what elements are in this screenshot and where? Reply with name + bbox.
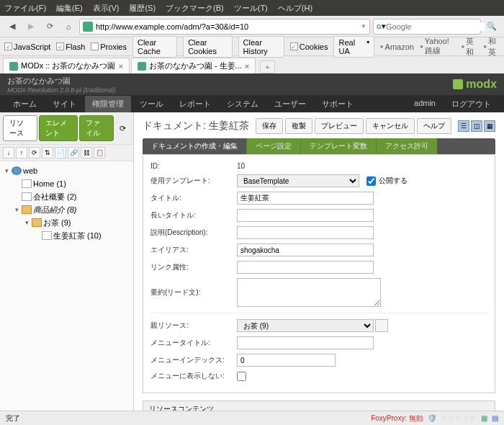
reload-button[interactable]: ⟳ [42,19,58,35]
nav-admin[interactable]: admin [407,96,443,112]
preview-button[interactable]: プレビュー [315,118,364,134]
forward-button[interactable]: ▶ [23,19,39,35]
logo-icon [453,79,463,89]
tab-file[interactable]: ファイル [79,115,114,141]
link-yahoo[interactable]: Yahoo!路線 [420,37,456,56]
nav-tools[interactable]: ツール [132,96,171,112]
tool-icon[interactable]: ▦ [484,120,495,132]
save-button[interactable]: 保存 [256,118,283,134]
browser-menubar: ファイル(F) 編集(E) 表示(V) 履歴(S) ブックマーク(B) ツール(… [0,0,504,16]
status-icon[interactable]: ▦ [481,414,487,422]
linkattr-input[interactable] [237,261,374,274]
tree-item[interactable]: 会社概要 (2) [3,190,130,203]
new-static-icon[interactable]: 📋 [94,147,105,158]
nav-home[interactable]: ホーム [6,96,44,112]
clear-history-button[interactable]: Clear History [238,36,284,58]
new-link-icon[interactable]: 🔗 [68,147,79,158]
nav-support[interactable]: サポート [315,96,361,112]
title-label: タイトル: [150,193,237,203]
search-go-icon[interactable]: 🔍 [484,19,500,35]
dropdown-icon[interactable]: ▼ [361,23,366,30]
refresh-icon[interactable]: ⟳ [115,122,130,135]
menu-bookmarks[interactable]: ブックマーク(B) [166,3,224,14]
tab-close-icon[interactable]: × [118,62,122,71]
search-bar[interactable]: G▾ [373,19,481,35]
main: リソース エレメント ファイル ⟳ ↓ ↑ ⟳ ⇅ 📄 🔗 ⛓ 📋 ▾web H… [0,112,504,422]
browser-tab[interactable]: MODx :: お茶のなかみつ園× [3,58,130,73]
ua-select[interactable]: Real UA [333,36,374,58]
opt-flash[interactable]: Flash [56,42,85,51]
doc-tab-access[interactable]: アクセス許可 [376,138,437,154]
hidemenu-checkbox[interactable] [237,372,246,381]
duplicate-button[interactable]: 複製 [285,118,312,134]
desc-input[interactable] [237,226,374,239]
clear-cookies-button[interactable]: Clear Cookies [183,36,232,58]
alias-input[interactable] [237,243,374,256]
tool-icon[interactable]: ◫ [471,120,482,132]
tree-item[interactable]: 生姜紅茶 (10) [3,229,130,242]
summary-textarea[interactable] [237,278,381,307]
browser-tab[interactable]: お茶のなかみつ園 - 生姜...× [131,58,256,73]
cancel-button[interactable]: キャンセル [366,118,415,134]
search-input[interactable] [386,22,485,31]
doc-tab-settings[interactable]: ページ設定 [246,138,300,154]
help-button[interactable]: ヘルプ [417,118,451,134]
doc-tab-edit[interactable]: ドキュメントの作成・編集 [143,138,246,154]
template-select[interactable]: BaseTemplate [237,174,359,187]
opt-proxies[interactable]: Proxies [91,42,127,51]
new-symlink-icon[interactable]: ⛓ [81,147,92,158]
home-button[interactable]: ⌂ [60,19,76,35]
sort-icon[interactable]: ⇅ [42,147,53,158]
new-doc-icon[interactable]: 📄 [55,147,66,158]
tab-close-icon[interactable]: × [245,62,249,71]
menu-help[interactable]: ヘルプ(H) [278,3,312,14]
link-amazon[interactable]: Amazon [380,42,414,51]
menu-edit[interactable]: 編集(E) [56,3,83,14]
url-input[interactable] [96,22,361,31]
tree-item[interactable]: ▾お茶 (9) [3,216,130,229]
title-input[interactable] [237,192,374,205]
menu-history[interactable]: 履歴(S) [129,3,156,14]
tab-element[interactable]: エレメント [39,115,78,141]
parent-picker-button[interactable] [375,319,388,332]
tree-item[interactable]: ▾商品紹介 (8) [3,203,130,216]
refresh-tree-icon[interactable]: ⟳ [29,147,40,158]
foxyproxy-status[interactable]: FoxyProxy: 無効 [371,413,423,424]
clear-cache-button[interactable]: Clear Cache [132,36,177,58]
nav-user[interactable]: ユーザー [267,96,313,112]
menu-view[interactable]: 表示(V) [93,3,120,14]
nav-reports[interactable]: レポート [172,96,218,112]
rating-stars[interactable]: ☆☆☆☆☆ [441,414,477,422]
menutitle-input[interactable] [237,336,374,349]
nav-site[interactable]: サイト [45,96,84,112]
opt-cookies[interactable]: Cookies [290,42,328,51]
nav-security[interactable]: 権限管理 [85,96,131,112]
menuindex-input[interactable] [237,354,336,367]
link-eiwa[interactable]: 英和 [462,36,478,58]
status-icon[interactable]: ▤ [492,414,498,422]
tree-root[interactable]: ▾web [3,164,130,177]
url-bar[interactable]: ▼ [79,19,370,35]
menu-file[interactable]: ファイル(F) [4,3,46,14]
nav-logout[interactable]: ログアウト [444,96,498,112]
tab-resource[interactable]: リソース [3,115,37,141]
folder-icon [32,218,42,227]
menu-tools[interactable]: ツール(T) [234,3,268,14]
longtitle-input[interactable] [237,209,374,222]
back-button[interactable]: ◀ [4,19,20,35]
doc-tab-tv[interactable]: テンプレート変数 [300,138,376,154]
parent-select[interactable]: お茶 (9) [237,319,374,332]
status-icon[interactable]: 🛡️ [428,414,436,422]
opt-javascript[interactable]: JavaScript [4,42,50,51]
expand-icon[interactable]: ↓ [3,147,14,158]
template-label: 使用テンプレート: [150,176,237,186]
tab-add-button[interactable]: + [260,61,274,73]
nav-system[interactable]: システム [220,96,266,112]
publish-checkbox[interactable] [366,176,376,186]
link-waei[interactable]: 和英 [483,36,500,58]
options-row: JavaScript Flash Proxies Clear Cache Cle… [0,37,504,56]
tool-icon[interactable]: ☰ [458,120,469,132]
sidebar: リソース エレメント ファイル ⟳ ↓ ↑ ⟳ ⇅ 📄 🔗 ⛓ 📋 ▾web H… [0,112,134,422]
tree-item[interactable]: Home (1) [3,177,130,190]
collapse-icon[interactable]: ↑ [16,147,27,158]
